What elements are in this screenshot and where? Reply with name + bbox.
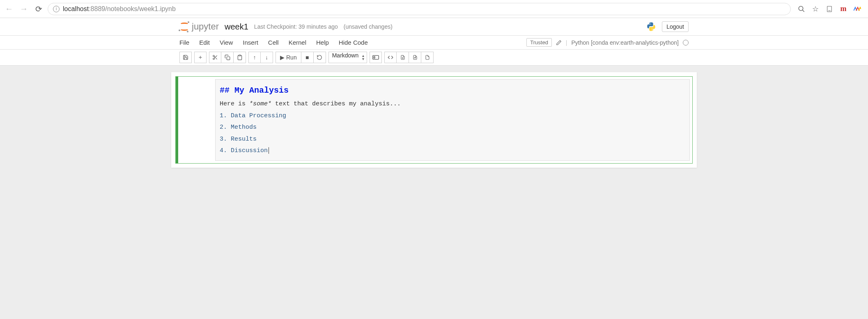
menu-file[interactable]: File — [179, 39, 189, 46]
python-logo-icon — [646, 22, 656, 32]
svg-point-5 — [213, 58, 215, 60]
svg-rect-9 — [227, 57, 230, 60]
menu-hide-code[interactable]: Hide Code — [339, 39, 368, 46]
checkpoint-status: Last Checkpoint: 39 minutes ago — [254, 23, 338, 30]
svg-point-4 — [213, 55, 215, 57]
info-icon[interactable]: i — [53, 6, 60, 12]
code-toggle-button[interactable] — [384, 52, 397, 63]
menu-help[interactable]: Help — [316, 39, 329, 46]
md-list-item: 3. Results — [220, 134, 685, 146]
jupyter-logo[interactable]: jupyter — [179, 21, 219, 32]
markdown-cell[interactable]: ## My Analysis Here is *some* text that … — [175, 76, 693, 164]
move-up-button[interactable]: ↑ — [248, 52, 261, 63]
edit-icon[interactable] — [556, 40, 562, 46]
menu-view[interactable]: View — [220, 39, 233, 46]
jupyter-logo-text: jupyter — [192, 21, 219, 32]
restart-button[interactable] — [314, 52, 326, 63]
browser-chrome: ← → ⟳ i localhost:8889/notebooks/week1.i… — [0, 0, 868, 18]
md-list-item: 2. Methods — [220, 122, 685, 134]
extension-m-icon[interactable]: m — [839, 5, 847, 13]
bookmark-star-icon[interactable]: ☆ — [811, 5, 820, 13]
kernel-indicator-icon — [683, 40, 689, 46]
svg-line-1 — [802, 10, 804, 12]
unsaved-status: (unsaved changes) — [344, 23, 393, 30]
paste-button[interactable] — [234, 52, 246, 63]
zoom-icon[interactable] — [797, 5, 806, 13]
menu-edit[interactable]: Edit — [199, 39, 210, 46]
doc1-button[interactable] — [397, 52, 409, 63]
cell-type-value: Markdown — [332, 52, 359, 59]
run-button[interactable]: ▶ Run — [276, 52, 301, 63]
notebook-name[interactable]: week1 — [225, 22, 248, 32]
menubar: File Edit View Insert Cell Kernel Help H… — [171, 36, 697, 49]
chrome-actions: ☆ m — [794, 5, 865, 13]
back-button[interactable]: ← — [3, 3, 15, 15]
svg-rect-10 — [239, 55, 241, 56]
menu-cell[interactable]: Cell — [268, 39, 279, 46]
forward-button[interactable]: → — [18, 3, 30, 15]
svg-line-8 — [214, 57, 215, 57]
kernel-name[interactable]: Python [conda env:earth-analytics-python… — [572, 39, 679, 46]
md-list-item-last: 4. Discussion — [220, 145, 685, 157]
url-bar[interactable]: i localhost:8889/notebooks/week1.ipynb — [48, 3, 791, 15]
run-label: Run — [286, 54, 297, 61]
save-button[interactable] — [179, 52, 192, 63]
svg-rect-12 — [374, 57, 375, 58]
notebook-area: ## My Analysis Here is *some* text that … — [171, 72, 697, 168]
svg-line-7 — [216, 58, 217, 59]
svg-point-0 — [799, 6, 803, 11]
md-heading-line: ## My Analysis — [220, 83, 685, 98]
toolbar: ＋ ↑ ↓ ▶ Run ■ — [171, 50, 697, 65]
logout-button[interactable]: Logout — [662, 21, 689, 32]
notebook-header: jupyter week1 Last Checkpoint: 39 minute… — [171, 18, 697, 35]
run-icon: ▶ — [280, 54, 285, 61]
doc3-button[interactable] — [421, 52, 434, 63]
menu-insert[interactable]: Insert — [243, 39, 258, 46]
trusted-badge[interactable]: Trusted — [526, 38, 552, 47]
extension-colored-icon[interactable] — [853, 5, 861, 13]
cell-editor[interactable]: ## My Analysis Here is *some* text that … — [215, 79, 690, 161]
copy-button[interactable] — [221, 52, 234, 63]
command-palette-button[interactable] — [370, 52, 382, 63]
menu-kernel[interactable]: Kernel — [289, 39, 306, 46]
doc2-button[interactable] — [409, 52, 421, 63]
md-list-item: 1. Data Processing — [220, 110, 685, 122]
cell-prompt-area — [178, 77, 215, 163]
cut-button[interactable] — [209, 52, 221, 63]
url-text: localhost:8889/notebooks/week1.ipynb — [63, 5, 176, 13]
page-icon[interactable] — [825, 5, 834, 13]
svg-rect-2 — [827, 6, 832, 11]
cell-type-select[interactable]: Markdown ▴▾ — [328, 52, 367, 63]
reload-button[interactable]: ⟳ — [33, 3, 44, 15]
select-arrows-icon: ▴▾ — [362, 54, 364, 61]
text-cursor — [269, 147, 269, 154]
insert-cell-button[interactable]: ＋ — [194, 52, 207, 63]
md-body-line: Here is *some* text that describes my an… — [220, 98, 685, 110]
interrupt-button[interactable]: ■ — [301, 52, 314, 63]
move-down-button[interactable]: ↓ — [261, 52, 273, 63]
